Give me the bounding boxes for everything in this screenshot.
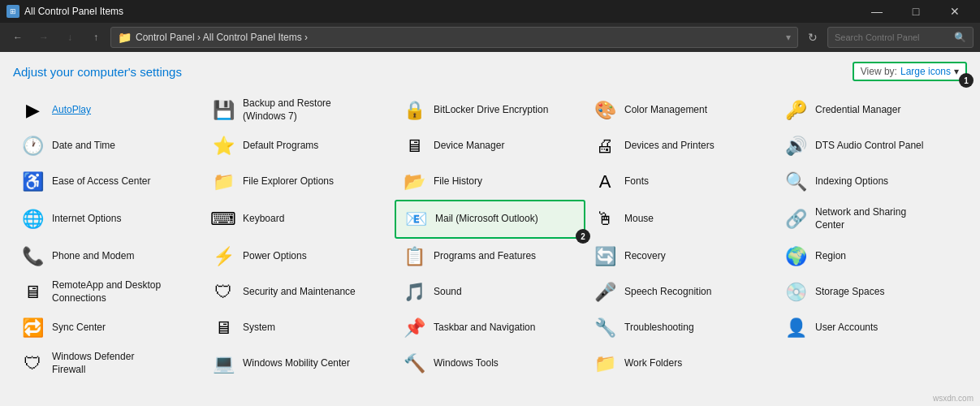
panel-item-sound[interactable]: 🎵Sound xyxy=(395,274,585,310)
panel-item-win-tools[interactable]: 🔨Windows Tools xyxy=(395,346,585,382)
speech-icon: 🎤 xyxy=(592,279,618,305)
panel-item-security[interactable]: 🛡Security and Maintenance xyxy=(204,274,395,310)
header-row: Adjust your computer's settings View by:… xyxy=(13,62,967,81)
color-mgmt-icon: 🎨 xyxy=(592,97,618,123)
troubleshoot-label: Troubleshooting xyxy=(624,322,694,335)
panel-item-windows-defender[interactable]: 🛡Windows DefenderFirewall xyxy=(13,346,204,382)
close-button[interactable]: ✕ xyxy=(936,0,974,23)
panel-item-credential[interactable]: 🔑Credential Manager xyxy=(776,93,967,128)
address-box[interactable]: 📁 Control Panel › All Control Panel Item… xyxy=(110,27,798,48)
network-icon: 🔗 xyxy=(783,206,809,232)
refresh-button[interactable]: ↻ xyxy=(801,26,824,49)
panel-item-region[interactable]: 🌍Region xyxy=(776,239,967,274)
content-area: Adjust your computer's settings View by:… xyxy=(0,52,980,406)
work-folders-label: Work Folders xyxy=(624,357,682,370)
down-button[interactable]: ↓ xyxy=(58,26,81,49)
fonts-label: Fonts xyxy=(624,175,649,188)
panel-item-sync-center[interactable]: 🔁Sync Center xyxy=(13,310,204,346)
panel-item-mouse[interactable]: 🖱Mouse xyxy=(585,200,776,239)
file-explorer-icon: 📁 xyxy=(210,169,236,195)
panel-item-backup[interactable]: 💾Backup and Restore(Windows 7) xyxy=(204,93,395,128)
back-button[interactable]: ← xyxy=(6,26,29,49)
devices-printers-icon: 🖨 xyxy=(592,133,618,159)
credential-label: Credential Manager xyxy=(815,104,900,117)
datetime-icon: 🕐 xyxy=(19,133,45,159)
color-mgmt-label: Color Management xyxy=(624,104,707,117)
panel-item-troubleshoot[interactable]: 🔧Troubleshooting xyxy=(585,310,776,346)
badge-1: 1 xyxy=(959,73,974,88)
panel-item-file-history[interactable]: 📂File History xyxy=(395,164,585,200)
maximize-button[interactable]: □ xyxy=(897,0,935,23)
mouse-label: Mouse xyxy=(624,213,654,226)
windows-defender-label: Windows DefenderFirewall xyxy=(52,351,134,376)
up-button[interactable]: ↑ xyxy=(84,26,107,49)
view-by-dropdown[interactable]: View by: Large icons ▾ 1 xyxy=(853,62,967,81)
dts-audio-label: DTS Audio Control Panel xyxy=(815,140,923,153)
devices-printers-label: Devices and Printers xyxy=(624,140,714,153)
panel-item-user-accounts[interactable]: 👤User Accounts xyxy=(776,310,967,346)
power-icon: ⚡ xyxy=(210,244,236,270)
keyboard-label: Keyboard xyxy=(243,213,284,226)
backup-label: Backup and Restore(Windows 7) xyxy=(243,97,331,123)
items-grid: ▶AutoPlay💾Backup and Restore(Windows 7)🔒… xyxy=(13,93,967,382)
panel-item-internet[interactable]: 🌐Internet Options xyxy=(13,200,204,239)
ease-access-label: Ease of Access Center xyxy=(52,175,150,188)
panel-item-phone-modem[interactable]: 📞Phone and Modem xyxy=(13,239,204,274)
recovery-icon: 🔄 xyxy=(592,244,618,270)
win-mobility-label: Windows Mobility Center xyxy=(243,357,350,370)
panel-item-keyboard[interactable]: ⌨Keyboard xyxy=(204,200,395,239)
user-accounts-label: User Accounts xyxy=(815,322,878,335)
panel-item-recovery[interactable]: 🔄Recovery xyxy=(585,239,776,274)
panel-item-device-mgr[interactable]: 🖥Device Manager xyxy=(395,128,585,164)
panel-item-win-mobility[interactable]: 💻Windows Mobility Center xyxy=(204,346,395,382)
panel-item-mail[interactable]: 📧Mail (Microsoft Outlook)2 xyxy=(395,200,585,239)
panel-item-ease-access[interactable]: ♿Ease of Access Center xyxy=(13,164,204,200)
panel-item-color-mgmt[interactable]: 🎨Color Management xyxy=(585,93,776,128)
panel-item-bitlocker[interactable]: 🔒BitLocker Drive Encryption xyxy=(395,93,585,128)
bitlocker-label: BitLocker Drive Encryption xyxy=(434,104,548,117)
panel-item-storage[interactable]: 💿Storage Spaces xyxy=(776,274,967,310)
panel-item-fonts[interactable]: AFonts xyxy=(585,164,776,200)
panel-item-remoteapp[interactable]: 🖥RemoteApp and DesktopConnections xyxy=(13,274,204,310)
address-path: Control Panel › All Control Panel Items … xyxy=(136,32,308,43)
security-icon: 🛡 xyxy=(210,279,236,305)
sync-center-label: Sync Center xyxy=(52,322,106,335)
default-prog-label: Default Programs xyxy=(243,140,318,153)
badge-2: 2 xyxy=(576,229,590,244)
panel-item-programs[interactable]: 📋Programs and Features xyxy=(395,239,585,274)
panel-item-taskbar[interactable]: 📌Taskbar and Navigation xyxy=(395,310,585,346)
user-accounts-icon: 👤 xyxy=(783,315,809,341)
view-by-value: Large icons xyxy=(900,66,951,77)
credential-icon: 🔑 xyxy=(783,97,809,123)
indexing-label: Indexing Options xyxy=(815,175,888,188)
backup-icon: 💾 xyxy=(210,97,236,123)
minimize-button[interactable]: — xyxy=(858,0,896,23)
network-label: Network and SharingCenter xyxy=(815,206,906,231)
title-bar: ⊞ All Control Panel Items — □ ✕ xyxy=(0,0,980,23)
panel-item-work-folders[interactable]: 📁Work Folders xyxy=(585,346,776,382)
panel-item-system[interactable]: 🖥System xyxy=(204,310,395,346)
remoteapp-label: RemoteApp and DesktopConnections xyxy=(52,279,161,304)
panel-item-file-explorer[interactable]: 📁File Explorer Options xyxy=(204,164,395,200)
panel-item-devices-printers[interactable]: 🖨Devices and Printers xyxy=(585,128,776,164)
search-box[interactable]: Search Control Panel 🔍 xyxy=(827,27,974,48)
power-label: Power Options xyxy=(243,250,307,263)
troubleshoot-icon: 🔧 xyxy=(592,315,618,341)
panel-item-autoplay[interactable]: ▶AutoPlay xyxy=(13,93,204,128)
default-prog-icon: ⭐ xyxy=(210,133,236,159)
panel-item-speech[interactable]: 🎤Speech Recognition xyxy=(585,274,776,310)
panel-item-power[interactable]: ⚡Power Options xyxy=(204,239,395,274)
file-explorer-label: File Explorer Options xyxy=(243,175,334,188)
panel-item-datetime[interactable]: 🕐Date and Time xyxy=(13,128,204,164)
indexing-icon: 🔍 xyxy=(783,169,809,195)
autoplay-icon: ▶ xyxy=(19,97,45,123)
datetime-label: Date and Time xyxy=(52,140,115,153)
fonts-icon: A xyxy=(592,169,618,195)
panel-item-network[interactable]: 🔗Network and SharingCenter xyxy=(776,200,967,239)
forward-button[interactable]: → xyxy=(32,26,55,49)
system-label: System xyxy=(243,322,275,335)
panel-item-default-prog[interactable]: ⭐Default Programs xyxy=(204,128,395,164)
panel-item-indexing[interactable]: 🔍Indexing Options xyxy=(776,164,967,200)
panel-item-dts-audio[interactable]: 🔊DTS Audio Control Panel xyxy=(776,128,967,164)
bitlocker-icon: 🔒 xyxy=(401,97,427,123)
